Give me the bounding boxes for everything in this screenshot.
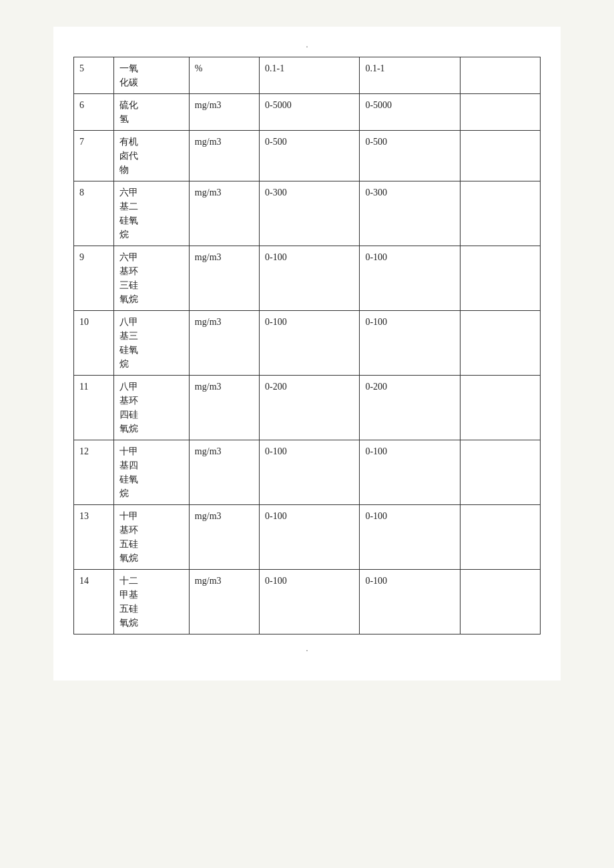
- row-extra: [460, 505, 540, 570]
- row-extra: [460, 570, 540, 634]
- row-range1: 0-100: [260, 246, 360, 311]
- row-unit: mg/m3: [189, 246, 259, 311]
- row-range1: 0-100: [260, 440, 360, 505]
- table-row: 14十二 甲基 五硅 氧烷mg/m30-1000-100: [74, 570, 541, 634]
- row-range2: 0-100: [360, 440, 460, 505]
- row-unit: mg/m3: [189, 440, 259, 505]
- row-unit: mg/m3: [189, 505, 259, 570]
- row-range1: 0-100: [260, 505, 360, 570]
- row-number: 6: [74, 94, 114, 131]
- table-row: 5一氧 化碳%0.1-10.1-1: [74, 57, 541, 94]
- row-unit: %: [189, 57, 259, 94]
- dot-top: .: [73, 40, 541, 50]
- row-number: 11: [74, 376, 114, 440]
- row-name: 十甲 基环 五硅 氧烷: [114, 505, 190, 570]
- page: . 5一氧 化碳%0.1-10.1-16硫化 氢mg/m30-50000-500…: [53, 27, 561, 681]
- row-extra: [460, 311, 540, 376]
- row-name: 八甲 基环 四硅 氧烷: [114, 376, 190, 440]
- row-extra: [460, 94, 540, 131]
- row-extra: [460, 181, 540, 246]
- table-row: 7有机 卤代 物mg/m30-5000-500: [74, 131, 541, 181]
- row-range2: 0-100: [360, 570, 460, 634]
- table-row: 8六甲 基二 硅氧 烷mg/m30-3000-300: [74, 181, 541, 246]
- row-extra: [460, 376, 540, 440]
- table-row: 12十甲 基四 硅氧 烷mg/m30-1000-100: [74, 440, 541, 505]
- row-range2: 0-100: [360, 505, 460, 570]
- table-row: 10八甲 基三 硅氧 烷mg/m30-1000-100: [74, 311, 541, 376]
- row-range2: 0-100: [360, 311, 460, 376]
- row-range2: 0-100: [360, 246, 460, 311]
- row-range1: 0-300: [260, 181, 360, 246]
- row-name: 一氧 化碳: [114, 57, 190, 94]
- row-number: 10: [74, 311, 114, 376]
- row-unit: mg/m3: [189, 376, 259, 440]
- row-number: 9: [74, 246, 114, 311]
- row-range1: 0-100: [260, 570, 360, 634]
- row-extra: [460, 131, 540, 181]
- row-name: 六甲 基二 硅氧 烷: [114, 181, 190, 246]
- row-name: 六甲 基环 三硅 氧烷: [114, 246, 190, 311]
- row-range1: 0-500: [260, 131, 360, 181]
- row-range2: 0-300: [360, 181, 460, 246]
- row-name: 十甲 基四 硅氧 烷: [114, 440, 190, 505]
- row-range2: 0-500: [360, 131, 460, 181]
- row-range1: 0-100: [260, 311, 360, 376]
- table-row: 9六甲 基环 三硅 氧烷mg/m30-1000-100: [74, 246, 541, 311]
- row-name: 十二 甲基 五硅 氧烷: [114, 570, 190, 634]
- row-unit: mg/m3: [189, 570, 259, 634]
- row-number: 13: [74, 505, 114, 570]
- row-range2: 0-200: [360, 376, 460, 440]
- row-unit: mg/m3: [189, 94, 259, 131]
- row-number: 14: [74, 570, 114, 634]
- table-row: 13十甲 基环 五硅 氧烷mg/m30-1000-100: [74, 505, 541, 570]
- table-row: 11八甲 基环 四硅 氧烷mg/m30-2000-200: [74, 376, 541, 440]
- dot-bottom: .: [73, 644, 541, 654]
- row-range1: 0.1-1: [260, 57, 360, 94]
- row-unit: mg/m3: [189, 181, 259, 246]
- row-name: 硫化 氢: [114, 94, 190, 131]
- row-name: 八甲 基三 硅氧 烷: [114, 311, 190, 376]
- row-range1: 0-200: [260, 376, 360, 440]
- row-name: 有机 卤代 物: [114, 131, 190, 181]
- row-number: 8: [74, 181, 114, 246]
- row-extra: [460, 57, 540, 94]
- row-number: 5: [74, 57, 114, 94]
- row-unit: mg/m3: [189, 131, 259, 181]
- row-range2: 0.1-1: [360, 57, 460, 94]
- row-extra: [460, 246, 540, 311]
- row-number: 12: [74, 440, 114, 505]
- data-table: 5一氧 化碳%0.1-10.1-16硫化 氢mg/m30-50000-50007…: [73, 57, 541, 634]
- row-extra: [460, 440, 540, 505]
- row-unit: mg/m3: [189, 311, 259, 376]
- row-range1: 0-5000: [260, 94, 360, 131]
- table-row: 6硫化 氢mg/m30-50000-5000: [74, 94, 541, 131]
- row-number: 7: [74, 131, 114, 181]
- row-range2: 0-5000: [360, 94, 460, 131]
